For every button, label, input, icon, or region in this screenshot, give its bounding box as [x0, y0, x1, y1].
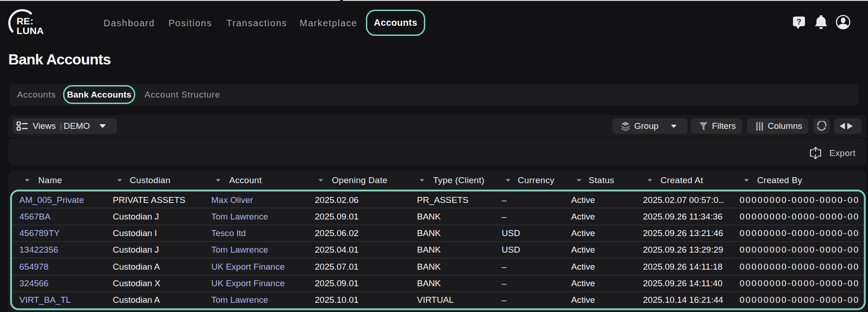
- svg-text:?: ?: [797, 17, 801, 26]
